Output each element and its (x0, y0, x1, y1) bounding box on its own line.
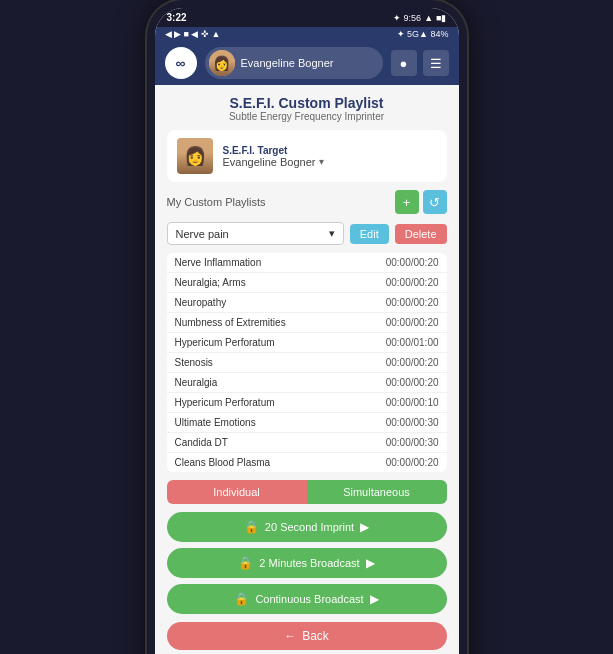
target-label: S.E.F.I. Target (223, 145, 437, 156)
playlist-selected-name: Nerve pain (176, 228, 229, 240)
imprint-label: 20 Second Imprint (265, 521, 354, 533)
avatar: 👩 (209, 50, 235, 76)
lock-icon: 🔒 (244, 520, 259, 534)
phone-screen: 3:22 ✦ 9:56 ▲ ■▮ ◀ ▶ ■ ◀ ✜ ▲ ✦ 5G▲ 84% ∞… (155, 8, 459, 654)
track-row[interactable]: Numbness of Extremities 00:00/00:20 (167, 313, 447, 333)
track-name: Stenosis (175, 357, 386, 368)
track-row[interactable]: Neuralgia; Arms 00:00/00:20 (167, 273, 447, 293)
track-row[interactable]: Hypericum Perforatum 00:00/00:10 (167, 393, 447, 413)
track-name: Cleans Blood Plasma (175, 457, 386, 468)
app-logo: ∞ (165, 47, 197, 79)
mode-toggle: Individual Simultaneous (167, 480, 447, 504)
continuous-label: Continuous Broadcast (255, 593, 363, 605)
playlist-action-buttons: + ↺ (395, 190, 447, 214)
back-button[interactable]: ← Back (167, 622, 447, 650)
delete-button[interactable]: Delete (395, 224, 447, 244)
profile-icon-button[interactable]: ● (391, 50, 417, 76)
user-name: Evangeline Bogner (241, 57, 334, 69)
signal-icon: 9:56 (404, 13, 422, 23)
wifi-icon: ▲ (424, 13, 433, 23)
track-time: 00:00/00:30 (386, 417, 439, 428)
continuous-button[interactable]: 🔒 Continuous Broadcast ▶ (167, 584, 447, 614)
lock2-icon: 🔒 (238, 556, 253, 570)
track-name: Neuralgia; Arms (175, 277, 386, 288)
track-name: Numbness of Extremities (175, 317, 386, 328)
status-bar-secondary: ◀ ▶ ■ ◀ ✜ ▲ ✦ 5G▲ 84% (155, 27, 459, 41)
track-name: Nerve Inflammation (175, 257, 386, 268)
track-time: 00:00/00:10 (386, 397, 439, 408)
track-time: 00:00/00:20 (386, 377, 439, 388)
track-row[interactable]: Neuropathy 00:00/00:20 (167, 293, 447, 313)
play-icon: ▶ (360, 520, 369, 534)
avatar-face: 👩 (209, 50, 235, 76)
track-time: 00:00/00:20 (386, 277, 439, 288)
target-name: Evangeline Bogner (223, 156, 316, 168)
phone-frame: 3:22 ✦ 9:56 ▲ ■▮ ◀ ▶ ■ ◀ ✜ ▲ ✦ 5G▲ 84% ∞… (147, 0, 467, 654)
track-row[interactable]: Neuralgia 00:00/00:20 (167, 373, 447, 393)
track-row[interactable]: Candida DT 00:00/00:30 (167, 433, 447, 453)
logo-symbol: ∞ (176, 55, 186, 71)
track-name: Hypericum Perforatum (175, 397, 386, 408)
lock3-icon: 🔒 (234, 592, 249, 606)
dropdown-chevron-icon: ▾ (329, 227, 335, 240)
target-photo: 👩 (177, 138, 213, 174)
status-icons-right: ✦ 9:56 ▲ ■▮ (393, 13, 447, 23)
network-badge: ✦ 5G▲ 84% (397, 29, 449, 39)
header-icons: ● ☰ (391, 50, 449, 76)
hamburger-icon: ☰ (430, 56, 442, 71)
individual-mode-button[interactable]: Individual (167, 480, 307, 504)
track-name: Candida DT (175, 437, 386, 448)
track-name: Neuralgia (175, 377, 386, 388)
status-left-icons: ◀ ▶ ■ ◀ ✜ ▲ (165, 29, 221, 39)
bt-icon: ✦ (393, 13, 401, 23)
status-time: 3:22 (167, 12, 187, 23)
app-header: ∞ 👩 Evangeline Bogner ● ☰ (155, 41, 459, 85)
track-row[interactable]: Cleans Blood Plasma 00:00/00:20 (167, 453, 447, 472)
track-name: Neuropathy (175, 297, 386, 308)
sefi-target-box: 👩 S.E.F.I. Target Evangeline Bogner ▾ (167, 130, 447, 182)
track-time: 00:00/00:20 (386, 457, 439, 468)
back-label: Back (302, 629, 329, 643)
track-name: Ultimate Emotions (175, 417, 386, 428)
track-row[interactable]: Nerve Inflammation 00:00/00:20 (167, 253, 447, 273)
add-playlist-button[interactable]: + (395, 190, 419, 214)
playlist-section-label: My Custom Playlists (167, 196, 266, 208)
refresh-playlist-button[interactable]: ↺ (423, 190, 447, 214)
track-time: 00:00/01:00 (386, 337, 439, 348)
play2-icon: ▶ (366, 556, 375, 570)
playlist-header: My Custom Playlists + ↺ (167, 190, 447, 214)
play3-icon: ▶ (370, 592, 379, 606)
track-time: 00:00/00:20 (386, 297, 439, 308)
broadcast-label: 2 Minutes Broadcast (259, 557, 359, 569)
track-time: 00:00/00:30 (386, 437, 439, 448)
track-time: 00:00/00:20 (386, 317, 439, 328)
page-title: S.E.F.I. Custom Playlist (167, 95, 447, 111)
track-list: Nerve Inflammation 00:00/00:20 Neuralgia… (167, 253, 447, 472)
track-time: 00:00/00:20 (386, 357, 439, 368)
battery-icon: ■▮ (436, 13, 446, 23)
page-subtitle: Subtle Energy Frequency Imprinter (167, 111, 447, 122)
status-bar-top: 3:22 ✦ 9:56 ▲ ■▮ (155, 8, 459, 27)
target-name-row[interactable]: Evangeline Bogner ▾ (223, 156, 437, 168)
imprint-button[interactable]: 🔒 20 Second Imprint ▶ (167, 512, 447, 542)
action-buttons: 🔒 20 Second Imprint ▶ 🔒 2 Minutes Broadc… (167, 512, 447, 614)
track-row[interactable]: Hypericum Perforatum 00:00/01:00 (167, 333, 447, 353)
track-row[interactable]: Stenosis 00:00/00:20 (167, 353, 447, 373)
broadcast-button[interactable]: 🔒 2 Minutes Broadcast ▶ (167, 548, 447, 578)
main-content: S.E.F.I. Custom Playlist Subtle Energy F… (155, 85, 459, 654)
simultaneous-mode-button[interactable]: Simultaneous (307, 480, 447, 504)
playlist-dropdown[interactable]: Nerve pain ▾ (167, 222, 344, 245)
track-row[interactable]: Ultimate Emotions 00:00/00:30 (167, 413, 447, 433)
track-name: Hypericum Perforatum (175, 337, 386, 348)
menu-icon-button[interactable]: ☰ (423, 50, 449, 76)
dropdown-row: Nerve pain ▾ Edit Delete (167, 222, 447, 245)
back-arrow-icon: ← (284, 629, 296, 643)
edit-button[interactable]: Edit (350, 224, 389, 244)
track-time: 00:00/00:20 (386, 257, 439, 268)
target-info: S.E.F.I. Target Evangeline Bogner ▾ (223, 145, 437, 168)
chevron-down-icon: ▾ (319, 156, 324, 167)
user-badge[interactable]: 👩 Evangeline Bogner (205, 47, 383, 79)
